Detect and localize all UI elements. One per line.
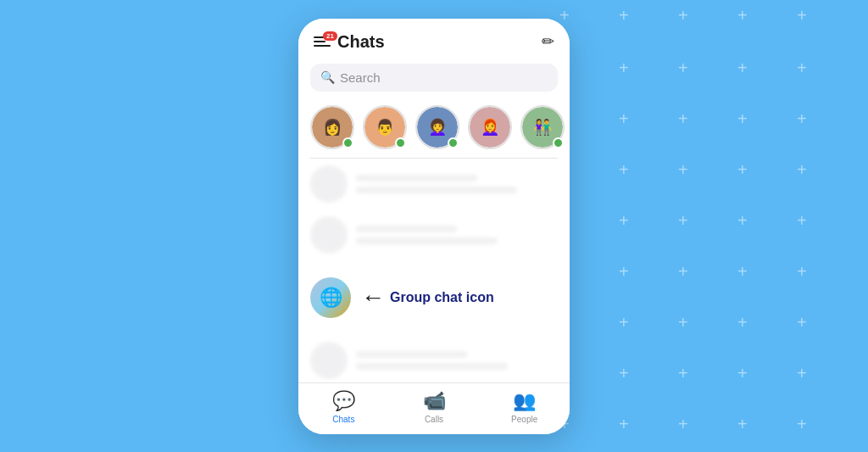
story-avatar-3[interactable]: 👩‍🦰 xyxy=(468,105,512,149)
chats-nav-label: Chats xyxy=(332,415,354,424)
nav-item-chats[interactable]: 💬Chats xyxy=(298,390,389,424)
app-header: 21 Chats ✏ xyxy=(298,19,570,60)
annotation-label: Group chat icon xyxy=(390,290,494,305)
edit-icon[interactable]: ✏ xyxy=(542,32,554,51)
story-avatar-0[interactable]: 👩 xyxy=(310,105,354,149)
stories-row[interactable]: 👩👨👩‍🦱👩‍🦰👫 xyxy=(298,100,570,158)
chat-list: 🌐 ← Group chat icon May 22 xyxy=(298,159,570,382)
story-avatar-1[interactable]: 👨 xyxy=(363,105,407,149)
search-bar[interactable]: 🔍 Search xyxy=(310,64,558,92)
online-indicator xyxy=(448,137,459,148)
arrow-annotation: ← Group chat icon xyxy=(361,284,494,311)
calls-nav-icon: 📹 xyxy=(423,390,446,412)
nav-item-calls[interactable]: 📹Calls xyxy=(389,390,480,424)
people-nav-icon: 👥 xyxy=(513,390,536,412)
nav-item-people[interactable]: 👥People xyxy=(479,390,570,424)
group-chat-annotation-area: 🌐 ← Group chat icon xyxy=(298,260,570,335)
page-title: Chats xyxy=(337,32,385,52)
menu-button[interactable]: 21 xyxy=(314,36,331,47)
blurred-chat-row xyxy=(298,209,570,260)
story-avatar-4[interactable]: 👫 xyxy=(520,105,565,149)
online-indicator xyxy=(553,137,564,148)
group-chat-avatar[interactable]: 🌐 xyxy=(310,277,351,318)
header-left: 21 Chats xyxy=(314,32,385,52)
search-placeholder: Search xyxy=(340,70,381,85)
arrow-icon: ← xyxy=(361,284,385,311)
online-indicator xyxy=(342,137,353,148)
blurred-chat-row xyxy=(298,159,570,209)
blurred-chat-row xyxy=(298,335,570,382)
bottom-nav: 💬Chats📹Calls👥People xyxy=(298,382,570,434)
notification-badge: 21 xyxy=(323,31,337,41)
calls-nav-label: Calls xyxy=(425,415,443,424)
phone-frame: 21 Chats ✏ 🔍 Search 👩👨👩‍🦱👩‍🦰👫 xyxy=(298,19,570,434)
search-icon: 🔍 xyxy=(320,70,335,84)
story-avatar-2[interactable]: 👩‍🦱 xyxy=(415,105,459,149)
people-nav-label: People xyxy=(511,415,537,424)
online-indicator xyxy=(395,137,406,148)
chats-nav-icon: 💬 xyxy=(332,390,355,412)
